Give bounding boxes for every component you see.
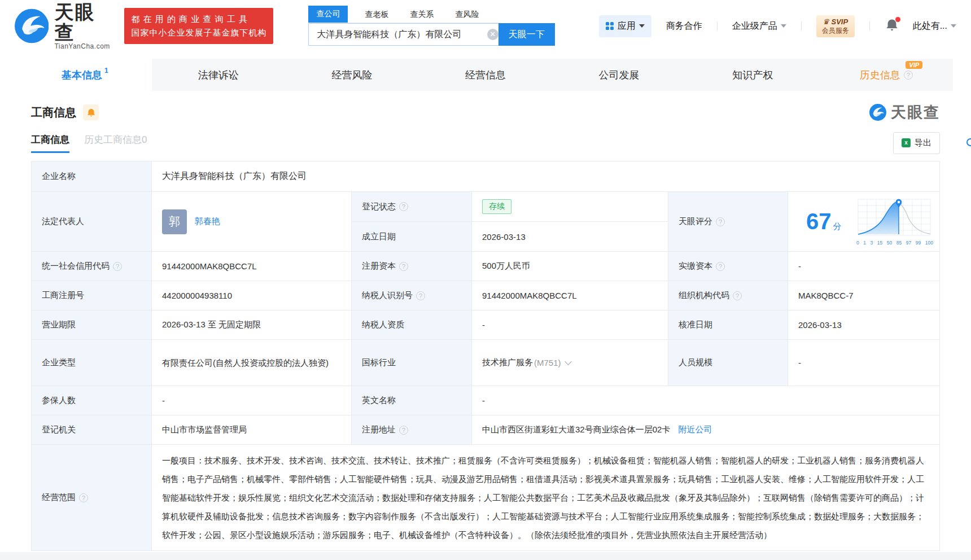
tianyancha-watermark: 天眼查 [869, 102, 940, 123]
subscribe-bell-icon[interactable] [83, 104, 99, 120]
reg-number-value: 442000004938110 [152, 281, 352, 310]
reg-capital-label: 注册资本 [352, 252, 472, 281]
tab-basic-info-count: 1 [104, 67, 108, 75]
help-icon[interactable] [113, 262, 122, 271]
help-icon[interactable] [399, 262, 408, 271]
taxpayer-quali-value: - [472, 310, 668, 340]
taxpayer-quali-label: 纳税人资质 [352, 310, 472, 340]
nearby-companies-link[interactable]: 附近公司 [678, 425, 712, 435]
paid-capital-label: 实缴资本 [668, 252, 788, 281]
chevron-down-icon [781, 24, 786, 28]
org-code-value: MAK8QBCC-7 [788, 281, 940, 310]
legal-rep-link[interactable]: 郭春艳 [195, 216, 220, 227]
search-tab-boss[interactable]: 查老板 [358, 7, 395, 23]
english-name-value: - [472, 386, 940, 415]
vip-tag: VIP [906, 61, 922, 69]
watermark-text: 天眼查 [891, 102, 940, 123]
svip-member-badge[interactable]: ♛ SVIP 会员服务 [816, 15, 855, 37]
legal-rep-avatar[interactable]: 郭 [162, 209, 187, 234]
excel-icon: x [902, 138, 911, 147]
logo-title: 天眼查 [54, 2, 112, 42]
clear-search-icon[interactable]: ✕ [487, 29, 498, 40]
subtab-history-business-info[interactable]: 历史工商信息0 [84, 133, 147, 153]
business-term-label: 营业期限 [32, 310, 152, 340]
tab-legal-proceedings[interactable]: 法律诉讼 [152, 59, 286, 91]
score-number: 67 [806, 209, 832, 234]
nav-business-cooperation[interactable]: 商务合作 [666, 20, 702, 32]
establish-date-label: 成立日期 [352, 222, 472, 252]
search-area: 查公司 查老板 查关系 查风险 ✕ 天眼一下 [308, 6, 554, 46]
top-nav: 应用 商务合作 企业级产品 ♛ SVIP 会员服务 此处有... [599, 15, 956, 37]
help-icon[interactable] [733, 291, 742, 300]
tab-operational-risk[interactable]: 经营风险 [285, 59, 419, 91]
reg-address-value: 中山市西区街道彩虹大道32号商业综合体一层02卡 附近公司 [472, 415, 940, 445]
chevron-down-icon[interactable] [565, 358, 572, 365]
search-button[interactable]: 天眼一下 [498, 23, 555, 46]
score-value[interactable]: 67分 [788, 192, 940, 252]
staff-size-value: - [788, 340, 940, 386]
help-icon[interactable] [904, 71, 913, 80]
taxpayer-id-value: 91442000MAK8QBCC7L [472, 281, 668, 310]
score-label: 天眼评分 [668, 192, 788, 252]
search-tab-relation[interactable]: 查关系 [403, 7, 440, 23]
tab-basic-info[interactable]: 基本信息 1 [18, 59, 152, 91]
apps-grid-icon [606, 22, 614, 30]
tab-company-development[interactable]: 公司发展 [552, 59, 686, 91]
search-tab-company[interactable]: 查公司 [308, 6, 348, 23]
divider [869, 21, 870, 30]
account-label: 此处有... [913, 20, 947, 32]
status-badge: 存续 [482, 199, 511, 214]
subtab-business-info[interactable]: 工商信息 [31, 133, 69, 153]
search-tab-risk[interactable]: 查风险 [448, 7, 485, 23]
floating-widget-handle[interactable] [966, 138, 971, 146]
help-icon[interactable] [399, 202, 408, 211]
apps-label: 应用 [618, 20, 636, 32]
legal-rep-label: 法定代表人 [32, 192, 152, 252]
slogan-line2: 国家中小企业发展子基金旗下机构 [131, 26, 266, 40]
uscc-value: 91442000MAK8QBCC7L [152, 252, 352, 281]
export-button[interactable]: x 导出 [893, 132, 940, 154]
notification-bell-icon[interactable] [886, 19, 898, 33]
insured-count-value: - [152, 386, 352, 415]
tab-history-info[interactable]: VIP 历史信息 [819, 59, 953, 91]
section-divider [0, 552, 971, 560]
score-unit: 分 [833, 221, 842, 231]
reg-authority-label: 登记机关 [32, 415, 152, 445]
score-chart-axis: 0131550859799100 [856, 240, 934, 246]
divider [717, 21, 718, 30]
apps-menu[interactable]: 应用 [599, 15, 651, 37]
nav-enterprise-products[interactable]: 企业级产品 [732, 20, 786, 32]
tab-business-info[interactable]: 经营信息 [419, 59, 553, 91]
business-term-value: 2026-03-13 至 无固定期限 [152, 310, 352, 340]
approval-date-label: 核准日期 [668, 310, 788, 340]
industry-value[interactable]: 技术推广服务 (M751) [472, 340, 668, 386]
company-info-table: 企业名称 大洋具身智能科技（广东）有限公司 法定代表人 郭 郭春艳 登记状态 存… [31, 161, 940, 551]
insured-count-label: 参保人数 [32, 386, 152, 415]
company-section-tabs: 基本信息 1 法律诉讼 经营风险 经营信息 公司发展 知识产权 VIP 历史信息 [18, 59, 953, 91]
industry-label: 国标行业 [352, 340, 472, 386]
org-code-label: 组织机构代码 [668, 281, 788, 310]
slogan-line1: 都 在 用 的 商 业 查 询 工 具 [131, 12, 266, 26]
help-icon[interactable] [716, 217, 725, 226]
establish-date-value: 2026-03-13 [472, 222, 668, 252]
paid-capital-value: - [788, 252, 940, 281]
taxpayer-id-label: 纳税人识别号 [352, 281, 472, 310]
section-title: 工商信息 [31, 105, 76, 120]
help-icon[interactable] [79, 493, 88, 502]
tianyancha-logo[interactable]: 天眼查 TianYanCha.com [15, 2, 112, 50]
help-icon[interactable] [399, 426, 408, 435]
reg-capital-value: 500万人民币 [472, 252, 668, 281]
company-type-label: 企业类型 [32, 340, 152, 386]
account-menu[interactable]: 此处有... [913, 20, 956, 32]
help-icon[interactable] [416, 291, 425, 300]
tab-intellectual-property[interactable]: 知识产权 [686, 59, 820, 91]
reg-status-value: 存续 [472, 192, 668, 222]
reg-address-label: 注册地址 [352, 415, 472, 445]
company-type-value: 有限责任公司(自然人投资或控股的法人独资) [152, 340, 352, 386]
business-scope-label: 经营范围 [32, 445, 152, 551]
search-input[interactable] [308, 23, 504, 46]
business-scope-value: 一般项目：技术服务、技术开发、技术咨询、技术交流、技术转让、技术推广；租赁服务（… [152, 445, 940, 551]
uscc-label: 统一社会信用代码 [32, 252, 152, 281]
industry-code: (M751) [534, 358, 561, 368]
help-icon[interactable] [716, 262, 725, 271]
